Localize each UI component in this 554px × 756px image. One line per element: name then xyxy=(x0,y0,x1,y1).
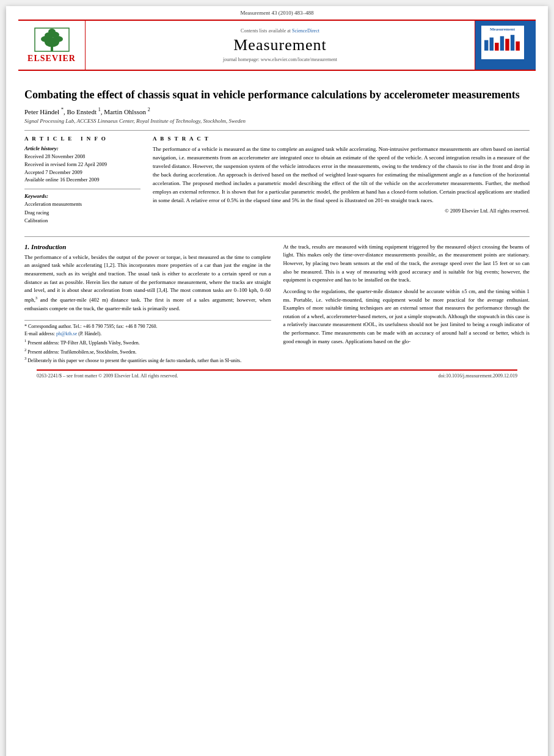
journal-title-area: Contents lists available at ScienceDirec… xyxy=(86,21,475,70)
article-info-abstract-section: A R T I C L E I N F O Article history: R… xyxy=(24,130,530,230)
keywords-list: Acceleration measurements Drag racing Ca… xyxy=(24,200,140,225)
article-info-column: A R T I C L E I N F O Article history: R… xyxy=(24,136,140,230)
sciencedirect-link[interactable]: ScienceDirect xyxy=(292,28,319,34)
abstract-copyright: © 2009 Elsevier Ltd. All rights reserved… xyxy=(153,208,530,214)
authors-line: Peter Händel *, Bo Enstedt 1, Martin Ohl… xyxy=(24,107,530,115)
article-history-label: Article history: xyxy=(24,145,140,151)
cover-title-text: Measurement xyxy=(490,27,515,32)
body-column-left: 1. Introduction The performance of a veh… xyxy=(24,243,271,365)
journal-title: Measurement xyxy=(233,36,327,54)
revised-date: Received in revised form 22 April 2009 xyxy=(24,161,107,167)
keyword-3: Calibration xyxy=(24,217,48,224)
section1-heading: 1. Introduction xyxy=(24,243,271,250)
email-link[interactable]: ph@kth.se xyxy=(56,331,77,336)
svg-rect-12 xyxy=(505,39,509,51)
footnote-3: 2 Present address: Trafikmobilen.se, Sto… xyxy=(24,347,271,356)
article-content: Combating the effect of chassis squat in… xyxy=(6,73,548,385)
journal-homepage: journal homepage: www.elsevier.com/locat… xyxy=(223,57,337,62)
footnote-area: * Corresponding author. Tel.: +46 8 790 … xyxy=(24,320,271,365)
journal-reference: Measurement 43 (2010) 483–488 xyxy=(6,6,548,17)
affiliation: Signal Processing Lab, ACCESS Linnaeus C… xyxy=(24,118,530,124)
journal-header: ELSEVIER Contents lists available at Sci… xyxy=(18,20,536,71)
body-para-1: The performance of a vehicle, besides th… xyxy=(24,253,271,313)
bottom-bar: 0263-2241/$ – see front matter © 2009 El… xyxy=(37,369,517,379)
sciencedirect-line: Contents lists available at ScienceDirec… xyxy=(241,28,319,34)
footnote-1: * Corresponding author. Tel.: +46 8 790 … xyxy=(24,323,271,330)
svg-rect-10 xyxy=(495,43,498,51)
journal-cover-image: Measurement xyxy=(475,21,536,70)
body-divider xyxy=(24,236,530,237)
license-text: 0263-2241/$ – see front matter © 2009 El… xyxy=(37,373,178,379)
svg-rect-11 xyxy=(500,36,503,51)
svg-rect-8 xyxy=(484,40,488,51)
elsevier-brand-text: ELSEVIER xyxy=(27,54,76,64)
abstract-heading: A B S T R A C T xyxy=(153,136,530,142)
cover-graph-icon xyxy=(483,34,523,52)
sciencedirect-prefix: Contents lists available at xyxy=(241,28,291,34)
article-title: Combating the effect of chassis squat in… xyxy=(24,88,530,102)
abstract-text: The performance of a vehicle is measured… xyxy=(153,145,530,205)
body-para-2: At the track, results are measured with … xyxy=(283,243,530,285)
article-info-heading: A R T I C L E I N F O xyxy=(24,136,140,142)
footnote-email: E-mail address: ph@kth.se (P. Händel). xyxy=(24,330,271,338)
elsevier-tree-icon xyxy=(34,27,70,53)
keyword-2: Drag racing xyxy=(24,209,49,216)
footnote-4: 3 Deliberately in this paper we choose t… xyxy=(24,355,271,365)
homepage-text: journal homepage: www.elsevier.com/locat… xyxy=(223,57,337,62)
svg-rect-14 xyxy=(516,42,519,51)
body-section: 1. Introduction The performance of a veh… xyxy=(24,243,530,365)
svg-rect-13 xyxy=(510,35,514,51)
keywords-label: Keywords: xyxy=(24,193,140,199)
abstract-column: A B S T R A C T The performance of a veh… xyxy=(153,136,530,230)
accepted-date: Accepted 7 December 2009 xyxy=(24,169,82,175)
body-para-3: According to the regulations, the quarte… xyxy=(283,288,530,346)
journal-ref-text: Measurement 43 (2010) 483–488 xyxy=(240,10,313,16)
available-date: Available online 16 December 2009 xyxy=(24,176,100,183)
info-divider xyxy=(24,189,140,189)
article-history-dates: Received 28 November 2008 Received in re… xyxy=(24,153,140,184)
elsevier-logo-area: ELSEVIER xyxy=(18,21,86,70)
footnote-2: 1 Present address: TP-Filter AB, Uppland… xyxy=(24,338,271,347)
received-date: Received 28 November 2008 xyxy=(24,153,85,159)
svg-rect-9 xyxy=(489,37,493,50)
svg-point-6 xyxy=(48,29,56,35)
body-column-right: At the track, results are measured with … xyxy=(283,243,530,365)
keyword-1: Acceleration measurements xyxy=(24,201,82,207)
doi-text: doi:10.1016/j.measurement.2009.12.019 xyxy=(438,373,517,379)
page: Measurement 43 (2010) 483–488 ELSEVIER xyxy=(6,6,548,756)
